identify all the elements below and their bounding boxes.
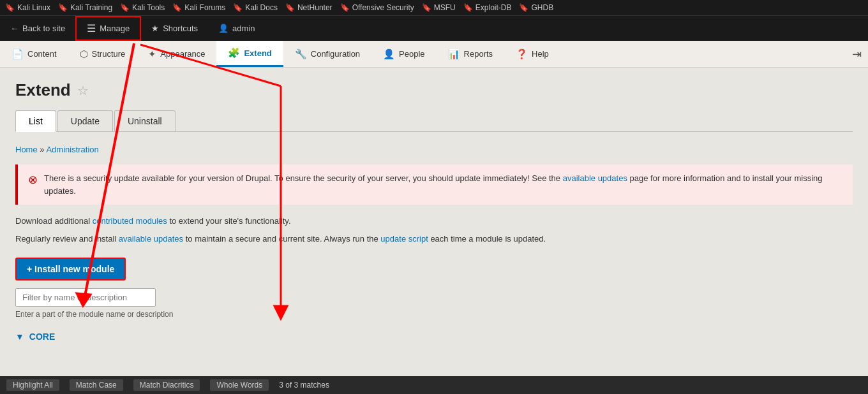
nav-collapse-icon[interactable]: ⇥: [846, 41, 868, 67]
main-content: Extend ☆ List Update Uninstall Home » Ad…: [0, 68, 868, 354]
breadcrumb-sep: »: [40, 145, 46, 154]
nav-content[interactable]: 📄 Content: [0, 41, 68, 67]
hamburger-icon: ☰: [87, 22, 96, 34]
filter-input[interactable]: [15, 288, 156, 307]
appearance-icon: ✦: [148, 48, 156, 60]
install-new-module-button[interactable]: + Install new module: [15, 258, 126, 281]
configuration-icon: 🔧: [295, 48, 307, 60]
bookmark-label: MSFU: [434, 3, 456, 12]
bookmark-label: Kali Forums: [184, 3, 225, 12]
bookmark-kali-training[interactable]: 🔖 Kali Training: [58, 3, 112, 12]
body-line2-middle: to maintain a secure and current site. A…: [183, 234, 380, 244]
body-text-line2: Regularly review and install available u…: [15, 233, 853, 245]
nav-reports[interactable]: 📊 Reports: [437, 41, 505, 67]
nav-structure[interactable]: ⬡ Structure: [68, 41, 137, 67]
offensive-security-icon: 🔖: [340, 3, 350, 12]
nav-help[interactable]: ❓ Help: [504, 41, 560, 67]
bookmark-kali-docs[interactable]: 🔖 Kali Docs: [233, 3, 278, 12]
nav-reports-label: Reports: [464, 49, 493, 59]
admin-user-button[interactable]: 👤 admin: [208, 16, 265, 41]
breadcrumb-admin[interactable]: Administration: [46, 145, 98, 154]
help-icon: ❓: [516, 48, 528, 60]
page-title: Extend: [15, 80, 71, 100]
extend-icon: 🧩: [228, 47, 240, 59]
nav-configuration[interactable]: 🔧 Configuration: [283, 41, 371, 67]
kali-docs-icon: 🔖: [233, 3, 243, 12]
kali-forums-icon: 🔖: [172, 3, 182, 12]
bookmark-label: Kali Linux: [17, 3, 50, 12]
alert-icon: ⊗: [28, 173, 38, 187]
nav-appearance-label: Appearance: [160, 49, 205, 59]
kali-linux-icon: 🔖: [5, 3, 15, 12]
people-icon: 👤: [383, 48, 395, 60]
bookmark-label: NetHunter: [297, 3, 333, 12]
ghdb-icon: 🔖: [519, 3, 528, 12]
nav-extend[interactable]: 🧩 Extend: [216, 41, 283, 67]
bookmarks-bar: 🔖 Kali Linux 🔖 Kali Training 🔖 Kali Tool…: [0, 0, 868, 15]
back-to-site-label: Back to site: [22, 24, 65, 33]
alert-available-updates-link[interactable]: available updates: [563, 173, 627, 183]
back-arrow-icon: ←: [10, 24, 19, 33]
tab-list[interactable]: List: [15, 110, 56, 132]
page-title-row: Extend ☆: [15, 80, 853, 100]
breadcrumb-home[interactable]: Home: [15, 145, 38, 154]
bookmark-label: Kali Tools: [132, 3, 165, 12]
bookmark-offensive-security[interactable]: 🔖 Offensive Security: [340, 3, 414, 12]
shortcuts-button[interactable]: ★ Shortcuts: [141, 16, 208, 41]
favorite-star-icon[interactable]: ☆: [77, 83, 89, 98]
back-to-site-button[interactable]: ← Back to site: [0, 16, 75, 41]
tabs: List Update Uninstall: [15, 110, 853, 132]
update-script-link[interactable]: update script: [380, 234, 428, 244]
nav-people-label: People: [399, 49, 424, 59]
tab-uninstall[interactable]: Uninstall: [114, 110, 176, 131]
body-line1-after: to extend your site's functionality.: [167, 216, 291, 226]
nav-configuration-label: Configuration: [311, 49, 360, 59]
nav-people[interactable]: 👤 People: [371, 41, 436, 67]
structure-icon: ⬡: [80, 48, 88, 60]
bookmark-label: Offensive Security: [352, 3, 414, 12]
nav-content-label: Content: [27, 49, 57, 59]
available-updates-link[interactable]: available updates: [119, 234, 183, 244]
nav-extend-label: Extend: [244, 48, 271, 58]
manage-label: Manage: [100, 24, 130, 33]
kali-training-icon: 🔖: [58, 3, 68, 12]
exploit-db-icon: 🔖: [463, 3, 473, 12]
msfu-icon: 🔖: [422, 3, 431, 12]
alert-text-before: There is a security update available for…: [44, 173, 563, 183]
alert-text: There is a security update available for…: [44, 172, 842, 197]
bookmark-label: GHDB: [531, 3, 553, 12]
admin-label: admin: [232, 24, 255, 33]
nav-help-label: Help: [532, 49, 549, 59]
tab-update[interactable]: Update: [57, 110, 113, 131]
nethunter-icon: 🔖: [285, 3, 295, 12]
bookmark-ghdb[interactable]: 🔖 GHDB: [519, 3, 553, 12]
secondary-nav: 📄 Content ⬡ Structure ✦ Appearance 🧩 Ext…: [0, 41, 868, 68]
section-triangle-icon: ▼: [15, 332, 24, 342]
filter-container: Enter a part of the module name or descr…: [15, 288, 853, 319]
bookmark-label: Kali Docs: [245, 3, 278, 12]
user-icon: 👤: [218, 24, 228, 33]
manage-button[interactable]: ☰ Manage: [75, 16, 141, 41]
bookmark-msfu[interactable]: 🔖 MSFU: [422, 3, 456, 12]
bookmark-kali-linux[interactable]: 🔖 Kali Linux: [5, 3, 50, 12]
bookmark-kali-tools[interactable]: 🔖 Kali Tools: [120, 3, 165, 12]
bookmark-nethunter[interactable]: 🔖 NetHunter: [285, 3, 333, 12]
content-icon: 📄: [11, 48, 24, 60]
kali-tools-icon: 🔖: [120, 3, 130, 12]
nav-appearance[interactable]: ✦ Appearance: [137, 41, 216, 67]
shortcuts-label: Shortcuts: [163, 24, 198, 33]
bookmark-exploit-db[interactable]: 🔖 Exploit-DB: [463, 3, 512, 12]
body-line1-before: Download additional: [15, 216, 93, 226]
bookmark-label: Exploit-DB: [475, 3, 512, 12]
body-line2-after: each time a module is updated.: [428, 234, 546, 244]
reports-icon: 📊: [448, 48, 460, 60]
contributed-modules-link[interactable]: contributed modules: [93, 216, 167, 226]
alert-box: ⊗ There is a security update available f…: [15, 164, 853, 205]
filter-hint: Enter a part of the module name or descr…: [15, 310, 853, 319]
nav-structure-label: Structure: [92, 49, 126, 59]
section-label: CORE: [29, 332, 55, 342]
bookmark-label: Kali Training: [70, 3, 112, 12]
core-section-header[interactable]: ▼ CORE: [15, 332, 853, 342]
bookmark-kali-forums[interactable]: 🔖 Kali Forums: [172, 3, 225, 12]
admin-toolbar: ← Back to site ☰ Manage ★ Shortcuts 👤 ad…: [0, 15, 868, 41]
